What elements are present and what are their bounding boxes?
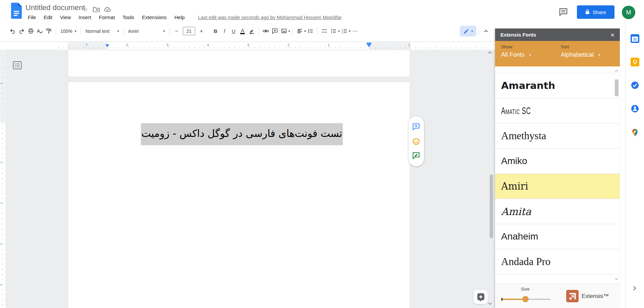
ruler-ticks: [54, 47, 487, 49]
italic-button[interactable]: I: [220, 27, 229, 36]
account-avatar[interactable]: M: [622, 6, 635, 19]
text-color-button[interactable]: A: [238, 27, 247, 36]
list-scroll-up-arrow[interactable]: [614, 68, 619, 74]
tasks-icon[interactable]: [631, 81, 639, 91]
menu-tools[interactable]: Tools: [120, 14, 137, 21]
indent-marker-left[interactable]: [105, 44, 109, 47]
font-list-item[interactable]: Amiko: [495, 149, 620, 174]
document-scrollbar[interactable]: [490, 174, 493, 238]
ruler-number: 2: [287, 43, 289, 47]
indent-marker-right[interactable]: [367, 44, 371, 47]
bulleted-list-button[interactable]: [329, 27, 338, 36]
font-list-item[interactable]: Andada Pro: [495, 249, 620, 274]
text-color-bar: [240, 33, 245, 34]
font-list-item[interactable]: Amita: [495, 199, 620, 224]
star-icon[interactable]: ☆: [82, 6, 89, 13]
move-to-folder-icon[interactable]: [93, 6, 100, 13]
menu-view[interactable]: View: [58, 14, 73, 21]
toolbar-divider: [169, 28, 170, 35]
font-list-item[interactable]: Amethysta: [495, 123, 620, 149]
chevron-down-icon: ▾: [163, 29, 165, 33]
font-list-item[interactable]: Anaheim: [495, 224, 620, 249]
show-fonts-select[interactable]: All Fonts ▾: [501, 51, 531, 58]
ruler-number: 5: [167, 43, 169, 47]
google-docs-app: Untitled document ☆ File Edit View Inser…: [0, 0, 644, 308]
undo-button[interactable]: [8, 27, 17, 36]
scroll-down-arrow[interactable]: [487, 301, 493, 307]
menu-insert[interactable]: Insert: [76, 14, 94, 21]
explore-button[interactable]: [474, 290, 488, 304]
menu-file[interactable]: File: [25, 14, 38, 21]
zoom-select[interactable]: 100% ▾: [58, 27, 78, 36]
font-size-slider[interactable]: [501, 299, 550, 300]
font-family-select[interactable]: Amiri ▾: [126, 27, 167, 36]
ruler-number: 1: [0, 83, 3, 85]
document-outline-icon[interactable]: [13, 61, 22, 71]
svg-text:3: 3: [341, 32, 343, 34]
editing-mode-button[interactable]: ▾: [460, 26, 476, 37]
slider-tick: [501, 298, 502, 301]
cloud-saved-icon[interactable]: [104, 6, 111, 13]
font-list-item[interactable]: Amarante: [495, 66, 620, 73]
menu-extensions[interactable]: Extensions: [140, 14, 169, 21]
underline-button[interactable]: U: [229, 27, 238, 36]
chevron-down-icon[interactable]: ▾: [288, 29, 290, 33]
sort-fonts-select[interactable]: Alphabetical ▾: [561, 51, 600, 58]
more-options-button[interactable]: ⋯: [351, 27, 360, 36]
page-1[interactable]: [68, 50, 410, 77]
menu-edit[interactable]: Edit: [41, 14, 55, 21]
insert-image-button[interactable]: [279, 27, 288, 36]
paragraph-style-select[interactable]: Normal text ▾: [84, 27, 121, 36]
font-list-item-selected[interactable]: Amiri: [495, 174, 620, 199]
scroll-up-arrow[interactable]: [487, 50, 493, 56]
highlight-color-button[interactable]: [247, 27, 256, 36]
align-button[interactable]: [295, 27, 304, 36]
numbered-list-button[interactable]: 123: [340, 27, 349, 36]
document-canvas[interactable]: تست فونت‌های فارسی در گوگل داکس - زومیت: [0, 50, 495, 308]
selected-document-text[interactable]: تست فونت‌های فارسی در گوگل داکس - زومیت: [141, 123, 343, 145]
chevron-down-icon: ▾: [75, 29, 76, 33]
menu-help[interactable]: Help: [172, 14, 187, 21]
document-title[interactable]: Untitled document: [25, 3, 85, 12]
redo-button[interactable]: [17, 27, 26, 36]
suggest-edits-icon[interactable]: [412, 152, 420, 159]
spellcheck-button[interactable]: A: [35, 27, 44, 36]
maps-icon[interactable]: [631, 128, 639, 139]
last-edit-link[interactable]: Last edit was made seconds ago by Mohamm…: [198, 15, 342, 20]
open-comments-icon[interactable]: [557, 6, 569, 17]
emoji-reaction-icon[interactable]: [412, 138, 420, 145]
font-list-item[interactable]: Amatic SC: [495, 98, 620, 123]
bold-button[interactable]: B: [211, 27, 220, 36]
print-button[interactable]: [26, 27, 35, 36]
panel-footer: Size Extensis™: [495, 284, 620, 308]
docs-logo-icon[interactable]: [10, 2, 23, 20]
extensis-brand: Extensis™: [566, 290, 609, 302]
menu-format[interactable]: Format: [97, 14, 117, 21]
font-list-scrollbar[interactable]: [615, 80, 619, 96]
close-icon[interactable]: ×: [610, 32, 614, 38]
toolbar: A 100% ▾ Normal text ▾ Amiri ▾ − 21 + B …: [0, 21, 495, 42]
slider-thumb[interactable]: [522, 296, 529, 302]
list-scroll-down-arrow[interactable]: [614, 276, 619, 282]
collapse-toolbar-button[interactable]: [481, 27, 490, 36]
google-side-rail: 31: [625, 21, 644, 308]
line-spacing-button[interactable]: [306, 27, 315, 36]
sort-fonts-value: Alphabetical: [561, 51, 594, 58]
calendar-icon[interactable]: 31: [631, 34, 639, 44]
pencil-icon: [463, 28, 469, 34]
paint-format-button[interactable]: [44, 27, 53, 36]
add-comment-icon[interactable]: [412, 123, 420, 131]
increase-font-size-button[interactable]: +: [197, 27, 206, 36]
contacts-icon[interactable]: [631, 104, 639, 114]
font-list-item[interactable]: Amaranth: [495, 73, 620, 98]
add-comment-button[interactable]: [270, 27, 279, 36]
hide-side-panel-chevron[interactable]: [632, 285, 638, 293]
decrease-font-size-button[interactable]: −: [172, 27, 181, 36]
share-button[interactable]: Share: [577, 5, 614, 19]
insert-link-button[interactable]: [261, 27, 270, 36]
checklist-button[interactable]: [320, 27, 329, 36]
chevron-down-icon: ▾: [117, 29, 119, 33]
keep-icon[interactable]: [631, 58, 639, 68]
font-size-input[interactable]: 21: [183, 27, 195, 35]
page-2[interactable]: [68, 82, 410, 308]
